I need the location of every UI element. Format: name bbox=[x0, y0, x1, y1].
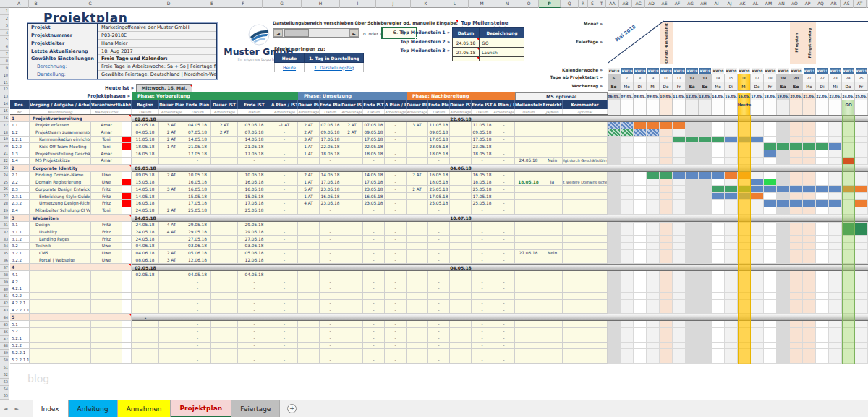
date-cell[interactable]: 06.05. bbox=[608, 93, 621, 100]
gantt-bar-cell[interactable] bbox=[855, 222, 868, 229]
gantt-cell[interactable] bbox=[660, 158, 673, 165]
gantt-cell[interactable] bbox=[829, 300, 842, 307]
task-value-cell[interactable] bbox=[407, 250, 428, 257]
row-header-13[interactable]: 13 bbox=[0, 93, 9, 100]
gantt-cell[interactable] bbox=[752, 322, 765, 322]
task-value-cell[interactable] bbox=[450, 143, 472, 150]
gantt-cell[interactable] bbox=[673, 343, 686, 350]
task-value-cell[interactable]: 09.05.18 bbox=[363, 129, 385, 137]
task-value-cell[interactable]: - bbox=[385, 257, 407, 265]
column-header-AA[interactable]: AA bbox=[606, 0, 619, 8]
task-value-cell[interactable] bbox=[407, 243, 428, 250]
gantt-bar-cell[interactable] bbox=[751, 186, 764, 193]
gantt-cell[interactable] bbox=[751, 200, 764, 207]
gantt-cell[interactable] bbox=[686, 158, 699, 165]
gantt-cell[interactable] bbox=[855, 328, 868, 335]
gantt-cell[interactable] bbox=[699, 222, 712, 229]
row-header-8[interactable]: 8 bbox=[0, 58, 9, 65]
scrollbar-left-arrow-icon[interactable]: ◄ bbox=[273, 29, 283, 37]
task-milestone-date[interactable] bbox=[515, 349, 542, 356]
gantt-cell[interactable] bbox=[712, 236, 725, 243]
task-value-cell[interactable]: 16.05.18 bbox=[472, 172, 493, 179]
task-value-cell[interactable]: - bbox=[363, 250, 385, 257]
gantt-cell[interactable] bbox=[803, 328, 816, 335]
task-value-cell[interactable]: 15.05.18 bbox=[132, 179, 159, 186]
gantt-bar-cell[interactable] bbox=[634, 122, 647, 129]
task-comment[interactable] bbox=[563, 236, 608, 243]
gantt-cell[interactable] bbox=[673, 335, 686, 343]
task-value-cell[interactable] bbox=[211, 343, 238, 350]
weekday-cell[interactable]: Do bbox=[751, 82, 764, 91]
gantt-bar-cell[interactable] bbox=[712, 137, 725, 144]
weekday-cell[interactable]: So bbox=[790, 82, 803, 91]
task-milestone-reached[interactable]: Nein bbox=[542, 158, 563, 165]
task-milestone-reached[interactable] bbox=[542, 300, 563, 307]
task-value-cell[interactable]: 23.05.18 bbox=[320, 200, 341, 207]
row-header-38[interactable]: 38 bbox=[0, 272, 9, 279]
task-value-cell[interactable] bbox=[298, 158, 320, 165]
gantt-cell[interactable] bbox=[673, 186, 686, 193]
task-value-cell[interactable] bbox=[407, 150, 428, 158]
gantt-cell[interactable] bbox=[712, 271, 725, 278]
milestone-date[interactable] bbox=[452, 57, 480, 61]
task-value-cell[interactable]: - bbox=[363, 236, 385, 243]
jump-link-today[interactable]: Heute bbox=[274, 63, 305, 72]
task-milestone-date[interactable] bbox=[515, 236, 542, 243]
task-value-cell[interactable]: 17.05.18 bbox=[472, 193, 493, 200]
gantt-cell[interactable] bbox=[634, 278, 647, 285]
gantt-cell[interactable] bbox=[621, 143, 634, 150]
gantt-cell[interactable] bbox=[647, 186, 660, 193]
task-value-cell[interactable]: - bbox=[493, 271, 515, 278]
gantt-cell[interactable] bbox=[725, 278, 738, 285]
task-value-cell[interactable] bbox=[407, 306, 428, 314]
task-name[interactable] bbox=[30, 356, 91, 364]
task-value-cell[interactable] bbox=[407, 300, 428, 307]
gantt-cell[interactable] bbox=[608, 200, 621, 207]
gantt-cell[interactable] bbox=[660, 200, 673, 207]
task-milestone-reached[interactable] bbox=[542, 122, 563, 129]
task-value-cell[interactable] bbox=[450, 271, 472, 278]
task-value-cell[interactable]: - bbox=[320, 158, 341, 165]
task-comment[interactable] bbox=[563, 172, 608, 179]
task-value-cell[interactable]: - bbox=[363, 257, 385, 265]
task-value-cell[interactable]: 02.05.18 bbox=[132, 271, 159, 278]
gantt-cell[interactable] bbox=[621, 271, 634, 278]
gantt-cell[interactable] bbox=[673, 271, 686, 278]
task-responsible[interactable] bbox=[91, 285, 122, 293]
task-dependency[interactable] bbox=[122, 356, 132, 364]
gantt-cell[interactable] bbox=[777, 172, 790, 179]
task-value-cell[interactable]: 24.05.18 bbox=[132, 222, 159, 229]
gantt-cell[interactable] bbox=[686, 207, 699, 215]
task-value-cell[interactable]: 07.05.18 bbox=[363, 122, 385, 129]
task-value-cell[interactable]: - bbox=[385, 172, 407, 179]
gantt-cell[interactable] bbox=[777, 328, 790, 335]
gantt-cell[interactable] bbox=[699, 322, 712, 322]
gantt-cell[interactable] bbox=[673, 222, 686, 229]
gantt-cell[interactable] bbox=[855, 321, 868, 328]
gantt-cell[interactable] bbox=[608, 186, 621, 193]
task-dependency[interactable] bbox=[122, 200, 132, 207]
day-number-cell[interactable]: 17 bbox=[751, 74, 764, 82]
gantt-cell[interactable] bbox=[621, 158, 634, 165]
task-value-cell[interactable]: - bbox=[271, 349, 298, 356]
gantt-cell[interactable] bbox=[751, 228, 764, 236]
section-pos[interactable]: 4 bbox=[10, 264, 30, 271]
gantt-cell[interactable] bbox=[634, 150, 647, 158]
gantt-cell[interactable] bbox=[647, 158, 660, 165]
task-value-cell[interactable] bbox=[407, 257, 428, 265]
gantt-cell[interactable] bbox=[634, 143, 647, 150]
task-dependency[interactable] bbox=[122, 236, 132, 243]
task-value-cell[interactable]: 18.05.18 bbox=[320, 150, 341, 158]
task-value-cell[interactable]: - bbox=[385, 137, 407, 144]
task-value-cell[interactable] bbox=[450, 122, 472, 129]
task-value-cell[interactable] bbox=[298, 349, 320, 356]
gantt-cell[interactable] bbox=[634, 271, 647, 278]
task-responsible[interactable] bbox=[91, 321, 122, 328]
column-header-AD[interactable]: AD bbox=[645, 0, 658, 8]
task-value-cell[interactable] bbox=[211, 137, 238, 144]
task-name[interactable]: Kommunikation einrichten bbox=[30, 137, 91, 144]
row-header-21[interactable]: 21 bbox=[0, 150, 9, 158]
scrollbar-right-arrow-icon[interactable]: ► bbox=[349, 29, 359, 37]
task-value-cell[interactable] bbox=[341, 250, 363, 257]
task-value-cell[interactable]: - bbox=[238, 335, 271, 343]
